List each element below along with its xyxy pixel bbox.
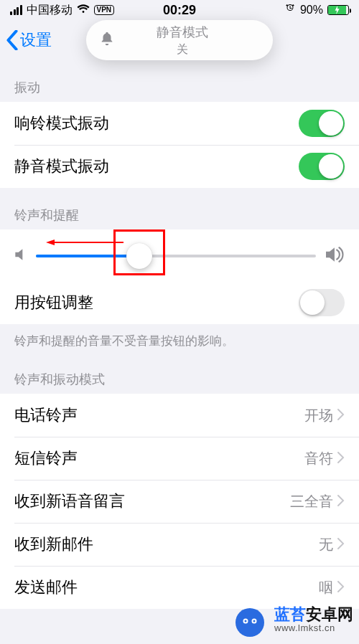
slider-thumb[interactable] [126,243,152,269]
carrier-label: 中国移动 [27,3,73,18]
back-button[interactable]: 设置 [6,29,52,51]
section-header-vibrate: 振动 [0,60,359,102]
status-left: 中国移动 VPN [10,3,114,18]
signal-icon [10,5,22,15]
row-value: 咽 [319,578,333,597]
row-label: 发送邮件 [14,577,319,598]
clock: 00:29 [163,3,196,18]
svg-point-6 [253,620,256,622]
switch-ring-vibrate[interactable] [299,110,345,137]
mascot-icon [231,601,269,638]
volume-slider[interactable] [36,255,316,257]
section-header-patterns: 铃声和振动模式 [0,362,359,394]
row-value: 无 [319,535,333,554]
back-label: 设置 [20,29,52,51]
status-bar: 中国移动 VPN 00:29 90% [0,0,359,20]
status-right: 90% [284,3,349,18]
row-label: 短信铃声 [14,448,304,469]
section-header-ringer: 铃声和提醒 [0,188,359,229]
chevron-left-icon [6,30,19,50]
row-label: 收到新邮件 [14,534,319,555]
footer-note: 铃声和提醒的音量不受音量按钮的影响。 [0,324,359,362]
slider-fill [36,255,139,257]
volume-low-icon [14,247,26,265]
battery-icon [327,5,349,15]
watermark-brand: 蓝苔安卓网 [274,606,353,623]
chevron-right-icon [337,535,345,554]
silent-mode-toast: 静音模式 关 [86,20,273,60]
chevron-right-icon [337,578,345,597]
switch-silent-vibrate[interactable] [299,153,345,180]
volume-high-icon [326,247,345,265]
chevron-right-icon [337,406,345,425]
row-label: 响铃模式振动 [14,113,299,134]
row-new-mail[interactable]: 收到新邮件 无 [0,523,359,566]
row-label: 静音模式振动 [14,156,299,177]
toast-title: 静音模式 [105,24,260,41]
annotation-red-arrow [46,240,123,245]
watermark-url: www.lmkst.cn [274,623,353,633]
row-text-tone[interactable]: 短信铃声 音符 [0,437,359,480]
row-value: 音符 [304,449,333,468]
volume-slider-row [0,229,359,281]
row-label: 收到新语音留言 [14,491,290,512]
row-label: 电话铃声 [14,404,304,426]
chevron-right-icon [337,492,345,511]
alarm-icon [284,3,296,18]
row-voicemail[interactable]: 收到新语音留言 三全音 [0,480,359,523]
battery-percent: 90% [300,4,323,16]
row-label: 用按钮调整 [14,292,299,313]
row-ring-vibrate: 响铃模式振动 [0,102,359,145]
row-value: 开场 [304,406,333,425]
vpn-badge: VPN [94,5,115,15]
wifi-icon [77,3,90,18]
row-button-adjust: 用按钮调整 [0,281,359,324]
chevron-right-icon [337,449,345,468]
row-silent-vibrate: 静音模式振动 [0,145,359,188]
row-ringtone[interactable]: 电话铃声 开场 [0,394,359,437]
toast-subtitle: 关 [105,42,260,57]
row-value: 三全音 [290,492,333,511]
switch-button-adjust[interactable] [299,289,345,316]
watermark: 蓝苔安卓网 www.lmkst.cn [231,601,353,638]
svg-point-5 [245,620,247,622]
